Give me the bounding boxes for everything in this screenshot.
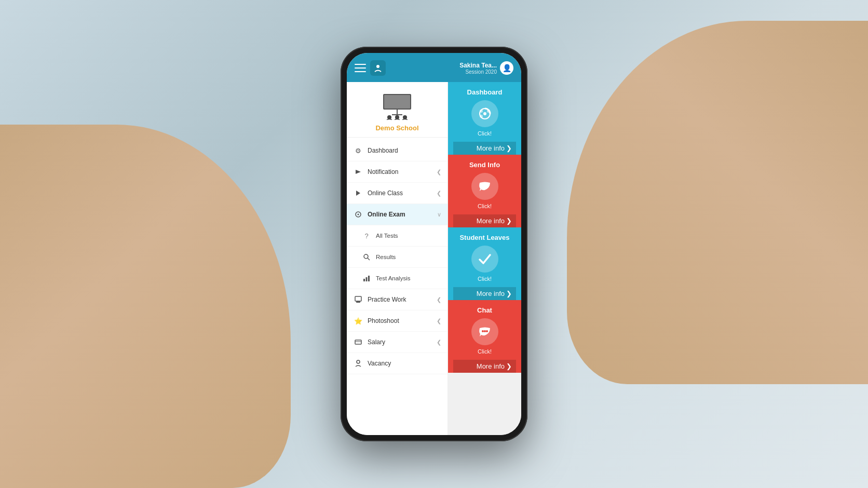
sidebar-item-results[interactable]: Results <box>347 247 447 268</box>
arrow-right-icon: ❯ <box>506 362 512 370</box>
sidebar-item-label: Online Class <box>368 189 437 197</box>
card-icon-student-leaves <box>471 246 498 273</box>
chevron-left-icon: ❮ <box>437 339 441 346</box>
sidebar-item-label: Photoshoot <box>368 317 437 324</box>
chevron-down-icon: ∨ <box>437 211 441 218</box>
svg-line-14 <box>368 258 370 260</box>
online-class-icon <box>353 188 363 198</box>
card-more-info[interactable]: More info ❯ <box>453 142 516 155</box>
sidebar-item-label: Test Analysis <box>376 275 441 281</box>
salary-icon <box>353 337 363 347</box>
svg-point-12 <box>358 214 359 215</box>
card-dashboard: Dashboard Click! <box>448 82 521 155</box>
nav-items: ⚙ Dashboard Notification ❮ <box>347 138 447 377</box>
arrow-right-icon: ❯ <box>506 144 512 152</box>
session-text: Session 2020 <box>459 69 497 75</box>
online-exam-icon <box>353 209 363 220</box>
card-title: Dashboard <box>467 88 503 96</box>
sidebar-item-label: All Tests <box>376 233 441 239</box>
phone-wrapper: Sakina Tea... Session 2020 👤 <box>341 47 527 441</box>
user-avatar: 👤 <box>500 61 513 75</box>
results-icon <box>361 252 372 262</box>
card-send-info: Send Info Click! More info ❯ <box>448 155 521 227</box>
card-click-label: Click! <box>478 276 492 282</box>
more-info-text: More info <box>477 217 505 225</box>
chevron-left-icon: ❮ <box>437 190 441 197</box>
svg-rect-19 <box>356 301 360 303</box>
svg-point-13 <box>364 254 368 259</box>
more-info-text: More info <box>477 290 505 297</box>
card-chat: Chat Click! More info ❯ <box>448 300 521 373</box>
card-title: Chat <box>477 306 492 314</box>
svg-marker-10 <box>356 191 360 196</box>
sidebar-item-practice-work[interactable]: Practice Work ❮ <box>347 289 447 310</box>
right-panel: Dashboard Click! <box>448 82 521 435</box>
phone-frame: Sakina Tea... Session 2020 👤 <box>341 47 527 441</box>
sidebar-item-photoshoot[interactable]: ⭐ Photoshoot ❮ <box>347 310 447 332</box>
svg-rect-18 <box>355 296 361 301</box>
school-logo <box>376 90 418 121</box>
svg-rect-16 <box>366 277 368 281</box>
svg-point-25 <box>480 110 483 113</box>
sidebar-item-vacancy[interactable]: Vacancy <box>347 353 447 374</box>
sidebar-item-label: Online Exam <box>368 211 437 218</box>
vacancy-icon <box>353 358 363 369</box>
sidebar-item-label: Notification <box>368 168 437 175</box>
sidebar-item-label: Practice Work <box>368 296 437 303</box>
svg-point-30 <box>486 330 488 332</box>
card-more-info[interactable]: More info ❯ <box>453 287 516 300</box>
sidebar-item-label: Vacancy <box>368 360 441 367</box>
chevron-left-icon: ❮ <box>437 296 441 303</box>
sidebar-item-dashboard[interactable]: ⚙ Dashboard <box>347 140 447 161</box>
photoshoot-icon: ⭐ <box>353 316 363 326</box>
sidebar-item-label: Dashboard <box>368 147 441 154</box>
sidebar-item-label: Results <box>376 254 441 260</box>
user-name: Sakina Tea... <box>459 62 497 69</box>
card-title: Send Info <box>469 161 500 169</box>
hamburger-icon[interactable] <box>355 64 366 72</box>
svg-rect-17 <box>368 276 370 281</box>
notification-icon <box>353 167 363 177</box>
card-icon-chat <box>471 318 498 345</box>
school-header: Demo School <box>347 82 447 138</box>
left-hand <box>0 125 291 488</box>
chevron-left-icon: ❮ <box>437 318 441 324</box>
card-click-label: Click! <box>478 348 492 355</box>
card-click-label: Click! <box>478 130 492 137</box>
card-title: Student Leaves <box>459 234 509 241</box>
sidebar-item-online-class[interactable]: Online Class ❮ <box>347 183 447 204</box>
svg-point-27 <box>480 115 483 118</box>
more-info-text: More info <box>477 362 505 370</box>
sidebar-item-all-tests[interactable]: ? All Tests <box>347 225 447 247</box>
right-hand <box>567 21 868 384</box>
top-bar-left <box>355 60 386 76</box>
more-info-text: More info <box>477 144 505 152</box>
card-icon-dashboard <box>471 100 498 127</box>
svg-point-24 <box>483 112 486 115</box>
chevron-left-icon: ❮ <box>437 169 441 175</box>
card-more-info[interactable]: More info ❯ <box>453 214 516 227</box>
card-click-label: Click! <box>478 203 492 209</box>
svg-point-29 <box>484 330 486 332</box>
sidebar-item-online-exam[interactable]: Online Exam ∨ <box>347 204 447 225</box>
sidebar-item-notification[interactable]: Notification ❮ <box>347 161 447 183</box>
arrow-right-icon: ❯ <box>506 290 512 297</box>
svg-point-22 <box>357 360 360 363</box>
test-analysis-icon <box>361 273 372 283</box>
svg-point-26 <box>487 110 490 113</box>
svg-rect-20 <box>355 340 361 344</box>
card-icon-send-info <box>471 173 498 200</box>
practice-work-icon <box>353 294 363 305</box>
app-logo <box>370 60 386 76</box>
svg-point-28 <box>482 330 484 332</box>
sidebar-item-label: Salary <box>368 338 437 346</box>
arrow-right-icon: ❯ <box>506 217 512 225</box>
sidebar-item-salary[interactable]: Salary ❮ <box>347 332 447 353</box>
card-more-info[interactable]: More info ❯ <box>453 360 516 373</box>
phone-screen: Sakina Tea... Session 2020 👤 <box>347 53 521 435</box>
svg-marker-9 <box>356 170 361 174</box>
school-name: Demo School <box>375 124 418 132</box>
sidebar-item-test-analysis[interactable]: Test Analysis <box>347 268 447 289</box>
card-student-leaves: Student Leaves Click! More info ❯ <box>448 227 521 300</box>
top-bar: Sakina Tea... Session 2020 👤 <box>347 53 521 82</box>
